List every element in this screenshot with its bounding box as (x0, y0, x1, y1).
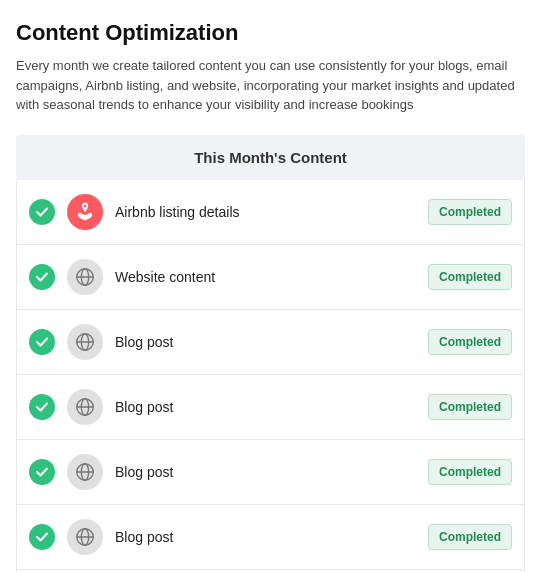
list-item: Website contentCompleted (17, 245, 524, 310)
status-badge: Completed (428, 264, 512, 290)
airbnb-icon (67, 194, 103, 230)
page-title: Content Optimization (16, 20, 525, 46)
check-icon (29, 329, 55, 355)
check-icon (29, 394, 55, 420)
list-item: Airbnb listing detailsCompleted (17, 180, 524, 245)
status-badge: Completed (428, 199, 512, 225)
check-icon (29, 524, 55, 550)
item-label: Blog post (115, 334, 416, 350)
check-icon (29, 264, 55, 290)
section-header: This Month's Content (16, 135, 525, 180)
globe-icon (67, 519, 103, 555)
globe-icon (67, 389, 103, 425)
item-label: Blog post (115, 529, 416, 545)
item-label: Website content (115, 269, 416, 285)
check-icon (29, 459, 55, 485)
globe-icon (67, 454, 103, 490)
status-badge: Completed (428, 459, 512, 485)
check-icon (29, 199, 55, 225)
item-label: Blog post (115, 399, 416, 415)
item-label: Blog post (115, 464, 416, 480)
status-badge: Completed (428, 394, 512, 420)
list-item: Blog postCompleted (17, 440, 524, 505)
item-label: Airbnb listing details (115, 204, 416, 220)
status-badge: Completed (428, 329, 512, 355)
globe-icon (67, 324, 103, 360)
status-badge: Completed (428, 524, 512, 550)
list-item: Blog postCompleted (17, 375, 524, 440)
list-item: Blog postCompleted (17, 310, 524, 375)
globe-icon (67, 259, 103, 295)
content-list: Airbnb listing detailsCompletedWebsite c… (16, 180, 525, 573)
page-description: Every month we create tailored content y… (16, 56, 525, 115)
list-item: Blog postCompleted (17, 505, 524, 570)
